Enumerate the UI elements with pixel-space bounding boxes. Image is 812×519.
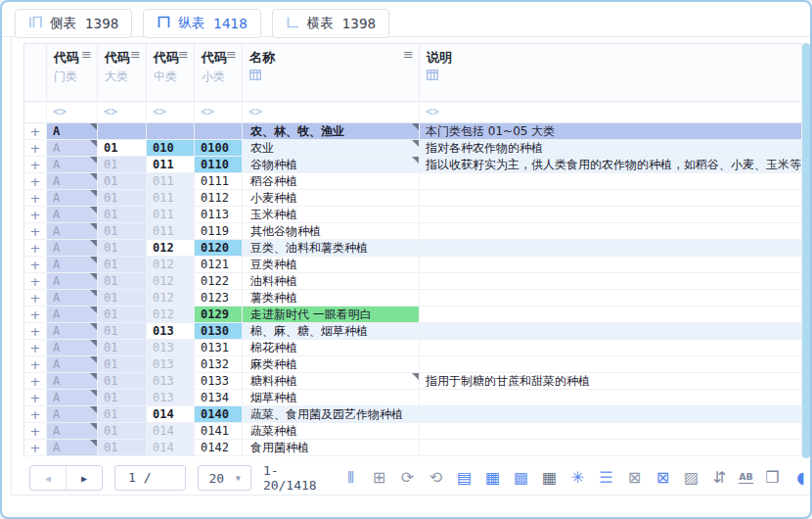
cell-code-menlei[interactable]: A: [47, 240, 98, 257]
column-header-name[interactable]: 名称≡: [243, 43, 420, 102]
cell-code-dalei[interactable]: 01: [98, 406, 147, 423]
cell-code-xiaolei[interactable]: 0131: [195, 340, 243, 356]
expand-row-button[interactable]: +: [23, 207, 47, 223]
cell-code-menlei[interactable]: A: [47, 173, 98, 190]
expand-row-button[interactable]: +: [23, 440, 47, 456]
column-menu-icon[interactable]: ≡: [226, 48, 237, 61]
cell-code-dalei[interactable]: 01: [98, 356, 147, 373]
tab-horizontal-table[interactable]: 横表1398: [272, 9, 389, 38]
cell-code-zhonglei[interactable]: 012: [147, 307, 195, 323]
cell-code-xiaolei[interactable]: 0133: [195, 373, 243, 390]
cell-desc[interactable]: 指以收获籽实为主，供人类食用的农作物的种植，如稻谷、小麦、玉米等农作物: [420, 157, 802, 173]
cell-desc[interactable]: [420, 356, 802, 373]
cell-code-menlei[interactable]: A: [47, 207, 98, 223]
cell-name[interactable]: 走进新时代 一眼看明白: [243, 307, 420, 323]
layout-header-icon[interactable]: ▤: [455, 470, 474, 486]
expand-row-button[interactable]: +: [23, 190, 47, 207]
cell-name[interactable]: 蔬菜种植: [243, 423, 420, 440]
cell-code-xiaolei[interactable]: 0100: [195, 140, 243, 157]
cell-name[interactable]: 油料种植: [243, 273, 420, 290]
cell-code-zhonglei[interactable]: 014: [147, 406, 195, 423]
expand-row-button[interactable]: +: [23, 257, 47, 273]
tab-vertical-table[interactable]: 纵表1418: [143, 9, 260, 38]
expand-row-button[interactable]: +: [23, 423, 47, 440]
cell-code-dalei[interactable]: [98, 123, 147, 140]
column-header-code-dalei[interactable]: 代码大类≡: [98, 43, 147, 102]
cell-code-zhonglei[interactable]: 010: [147, 140, 195, 157]
cell-code-dalei[interactable]: 01: [98, 323, 147, 340]
expand-row-button[interactable]: +: [23, 223, 47, 240]
cell-code-xiaolei[interactable]: 0130: [195, 323, 243, 340]
excel-blue-icon[interactable]: ⊠: [654, 470, 672, 486]
cell-name[interactable]: 食用菌种植: [243, 440, 420, 456]
cell-code-menlei[interactable]: A: [47, 307, 98, 323]
cell-code-dalei[interactable]: 01: [98, 307, 147, 323]
cell-code-zhonglei[interactable]: 013: [147, 373, 195, 390]
cell-code-xiaolei[interactable]: 0132: [195, 356, 243, 373]
cell-desc[interactable]: 指对各种农作物的种植: [420, 140, 802, 157]
expand-row-button[interactable]: +: [23, 406, 47, 423]
cell-code-menlei[interactable]: A: [47, 190, 98, 207]
export-excel-icon[interactable]: ⊠: [625, 470, 644, 486]
next-page-button[interactable]: ▶: [67, 466, 102, 490]
cell-code-zhonglei[interactable]: 013: [147, 356, 195, 373]
expand-row-button[interactable]: +: [23, 307, 47, 323]
column-header-code-zhonglei[interactable]: 代码中类≡: [147, 43, 195, 102]
column-menu-icon[interactable]: ≡: [130, 48, 141, 61]
expand-row-button[interactable]: +: [23, 140, 47, 157]
cell-code-zhonglei[interactable]: 012: [147, 257, 195, 273]
cell-desc[interactable]: [420, 273, 802, 290]
cell-code-xiaolei[interactable]: 0134: [195, 390, 243, 406]
cell-code-xiaolei[interactable]: 0121: [195, 257, 243, 273]
expand-row-button[interactable]: +: [23, 373, 47, 390]
cell-name[interactable]: 棉花种植: [243, 340, 420, 356]
expand-row-button[interactable]: +: [23, 157, 47, 173]
ab-label-icon[interactable]: AB: [739, 472, 753, 485]
expand-row-button[interactable]: +: [23, 356, 47, 373]
cell-code-dalei[interactable]: 01: [98, 140, 147, 157]
cell-desc[interactable]: 本门类包括 01~05 大类: [420, 123, 802, 140]
cell-desc[interactable]: [420, 223, 802, 240]
cell-desc[interactable]: [420, 207, 802, 223]
cell-code-dalei[interactable]: 01: [98, 423, 147, 440]
cell-code-dalei[interactable]: 01: [98, 173, 147, 190]
cell-desc[interactable]: [420, 406, 802, 423]
expand-row-button[interactable]: +: [23, 123, 47, 140]
cell-code-menlei[interactable]: A: [47, 157, 98, 173]
asterisk-icon[interactable]: ✳: [568, 470, 587, 486]
cell-desc[interactable]: [420, 307, 802, 323]
cell-code-zhonglei[interactable]: 011: [147, 207, 195, 223]
page-indicator[interactable]: 1 / 71: [114, 465, 186, 491]
vertical-scrollbar[interactable]: [802, 43, 810, 458]
pattern-box-icon[interactable]: ▨: [682, 470, 700, 486]
cell-code-xiaolei[interactable]: [195, 123, 243, 140]
cell-code-dalei[interactable]: 01: [98, 290, 147, 307]
cell-code-menlei[interactable]: A: [47, 140, 98, 157]
cell-code-xiaolei[interactable]: 0141: [195, 423, 243, 440]
cell-code-menlei[interactable]: A: [47, 423, 98, 440]
cell-name[interactable]: 薯类种植: [243, 290, 420, 307]
cell-name[interactable]: 谷物种植: [243, 157, 420, 173]
cell-name[interactable]: 豆类、油料和薯类种植: [243, 240, 420, 257]
cell-code-xiaolei[interactable]: 0129: [195, 307, 243, 323]
cell-code-menlei[interactable]: A: [47, 257, 98, 273]
cell-code-menlei[interactable]: A: [47, 323, 98, 340]
column-menu-icon[interactable]: ≡: [178, 48, 189, 61]
expand-row-button[interactable]: +: [23, 173, 47, 190]
cell-code-dalei[interactable]: 01: [98, 373, 147, 390]
tab-side-table[interactable]: 侧表1398: [15, 9, 132, 38]
cell-code-dalei[interactable]: 01: [98, 390, 147, 406]
cell-code-zhonglei[interactable]: 013: [147, 323, 195, 340]
column-layout-icon[interactable]: ⫴: [341, 470, 360, 486]
cell-desc[interactable]: [420, 173, 802, 190]
cell-code-zhonglei[interactable]: 011: [147, 157, 195, 173]
column-menu-icon[interactable]: ≡: [403, 48, 414, 61]
cell-code-xiaolei[interactable]: 0123: [195, 290, 243, 307]
cell-code-zhonglei[interactable]: 011: [147, 173, 195, 190]
refresh-icon[interactable]: ⟳: [398, 470, 417, 486]
cell-code-xiaolei[interactable]: 0122: [195, 273, 243, 290]
cell-code-zhonglei[interactable]: 012: [147, 240, 195, 257]
cell-code-menlei[interactable]: A: [47, 373, 98, 390]
cell-name[interactable]: 农、林、牧、渔业: [243, 123, 420, 140]
cell-code-xiaolei[interactable]: 0113: [195, 207, 243, 223]
